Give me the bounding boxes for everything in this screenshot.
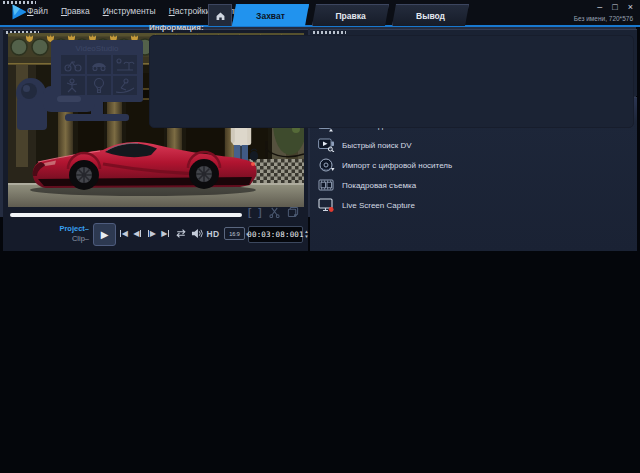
live-screen-capture-option[interactable]: Live Screen Capture <box>318 195 629 215</box>
capture-option-label: Быстрый поиск DV <box>342 141 412 150</box>
tab-share[interactable]: Вывод <box>392 4 469 26</box>
menu-settings[interactable]: Настройки <box>169 6 211 16</box>
next-frame-button[interactable]: ▶ <box>145 226 158 242</box>
capture-option-label: Live Screen Capture <box>342 201 415 210</box>
videostudio-watermark: VideoStudio <box>5 36 150 140</box>
dv-quick-scan-icon <box>318 138 335 152</box>
prev-frame-button[interactable]: ◀ <box>131 226 144 242</box>
window-bottom-edge <box>0 468 640 473</box>
stop-motion-icon <box>318 178 335 192</box>
project-status: Без имени, 720*576 <box>574 15 633 22</box>
aspect-ratio-select[interactable]: 16:9 ▾ <box>224 227 249 240</box>
minimize-button[interactable]: – <box>597 2 602 12</box>
go-start-button[interactable]: ◀ <box>117 226 130 242</box>
panel-drag-handle[interactable] <box>3 1 36 4</box>
titlebar: Файл Правка Инструменты Настройки Спр За… <box>0 0 640 27</box>
snapshot-icon[interactable] <box>287 206 299 218</box>
capture-option-label: Импорт с цифровой носитель <box>342 161 452 170</box>
info-box <box>149 35 634 128</box>
volume-icon[interactable] <box>189 226 204 242</box>
capture-options-list: Захват видео Быстрый поиск DV <box>318 115 629 215</box>
menu-edit[interactable]: Правка <box>61 6 90 16</box>
seek-bar[interactable] <box>10 213 242 217</box>
stop-motion-option[interactable]: Покадровая съемка <box>318 175 629 195</box>
capture-option-label: Покадровая съемка <box>342 181 416 190</box>
home-button[interactable] <box>208 4 232 26</box>
timecode-spinner[interactable]: ▲ ▼ <box>303 226 310 241</box>
panel-drag-handle[interactable] <box>313 31 346 34</box>
split-clip-icon[interactable] <box>269 207 280 218</box>
live-screen-capture-icon <box>318 198 335 212</box>
import-digital-media-option[interactable]: Импорт с цифровой носитель <box>318 155 629 175</box>
mark-out-button[interactable]: ] <box>258 207 261 218</box>
mode-project-toggle[interactable]: Project– <box>31 224 89 234</box>
watermark-text: VideoStudio <box>76 44 120 53</box>
transport-controls: ◀ ◀ ▶ ▶ HD 16:9 ▾ <box>117 223 268 244</box>
aspect-ratio-value: 16:9 <box>224 227 245 240</box>
tab-edit[interactable]: Правка <box>312 4 389 26</box>
dv-quick-scan-option[interactable]: Быстрый поиск DV <box>318 135 629 155</box>
mark-in-button[interactable]: [ <box>248 207 251 218</box>
menu-tools[interactable]: Инструменты <box>103 6 156 16</box>
hd-toggle[interactable]: HD <box>205 229 221 239</box>
playback-mode: Project– Clip– <box>31 224 89 244</box>
menu-file[interactable]: Файл <box>27 6 48 16</box>
videostudio-window: Файл Правка Инструменты Настройки Спр За… <box>0 0 640 473</box>
window-controls: – □ × <box>597 2 633 12</box>
home-icon <box>215 7 226 25</box>
tab-capture[interactable]: Захват <box>232 4 309 26</box>
go-end-button[interactable]: ▶ <box>159 226 172 242</box>
timecode-field[interactable]: 00:03:08:001 <box>248 226 303 243</box>
import-digital-media-icon <box>318 158 335 172</box>
mode-clip-toggle[interactable]: Clip– <box>31 234 89 244</box>
step-tabs: Захват Правка Вывод <box>232 4 469 25</box>
spinner-down-icon: ▼ <box>304 234 308 239</box>
play-button[interactable]: ▶ <box>93 223 116 246</box>
close-button[interactable]: × <box>628 2 633 12</box>
play-icon: ▶ <box>101 229 109 240</box>
trim-tools: [ ] <box>248 206 299 218</box>
loop-button[interactable] <box>173 226 188 242</box>
info-label: Информация: <box>149 23 204 32</box>
videostudio-logo-icon <box>10 3 28 21</box>
maximize-button[interactable]: □ <box>612 2 617 12</box>
